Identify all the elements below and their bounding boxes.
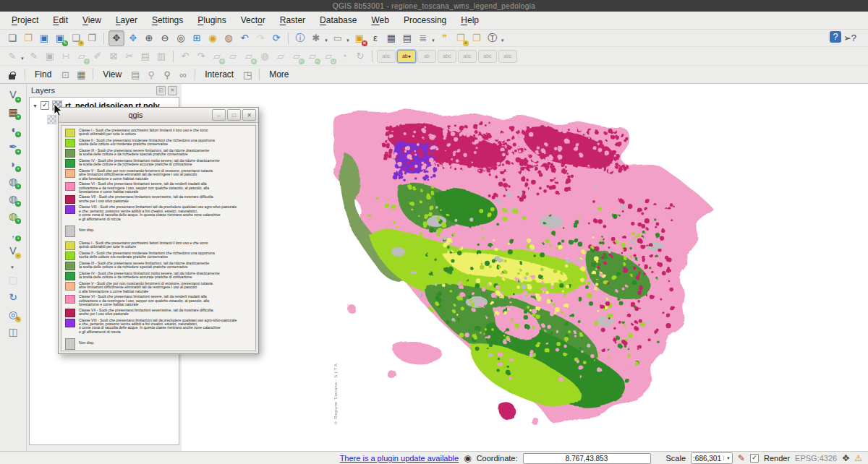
chevron-down-icon[interactable]: ▼ xyxy=(501,38,505,43)
zoom-to-layer-icon[interactable]: ◍ xyxy=(221,31,236,46)
maximize-icon[interactable]: □ xyxy=(227,109,241,121)
globe-edit-plugin-icon[interactable]: ◎✎ xyxy=(6,307,20,322)
close-icon[interactable]: ✕ xyxy=(242,109,256,121)
messages-warning-icon[interactable]: ⚠ xyxy=(854,454,862,463)
add-wfs-layer-icon[interactable]: ◍+ xyxy=(6,209,20,223)
menu-web[interactable]: Web xyxy=(364,13,396,27)
scale-select[interactable]: :686,301 ▼ xyxy=(691,452,733,464)
select-features-by-expression-icon[interactable]: ✱ xyxy=(309,31,323,46)
menu-settings[interactable]: Settings xyxy=(145,13,190,27)
legend-label: Classe V - Suoli che pur non mostrando f… xyxy=(79,169,213,181)
view-pin-faded-icon[interactable]: ⚲ xyxy=(144,67,158,82)
window-title: QGIS 8b53001 - regione_toscana_wms_legen… xyxy=(333,2,536,10)
view-link-icon[interactable]: ∞ xyxy=(176,67,190,82)
zoom-full-icon[interactable]: ⊞ xyxy=(190,31,204,46)
legend-entry: Classe III - Suoli che presentano severe… xyxy=(65,262,253,270)
zoom-in-icon[interactable]: ⊕ xyxy=(142,31,156,46)
view-pin-icon[interactable]: ⚲ xyxy=(160,67,174,82)
chevron-down-icon[interactable]: ▼ xyxy=(723,456,731,460)
menu-view[interactable]: View xyxy=(75,13,109,27)
refresh-map-icon[interactable]: ⟳ xyxy=(269,31,284,46)
deselect-all-icon[interactable]: ▣✕ xyxy=(352,31,367,46)
zoom-native-resolution-icon[interactable]: ◎ xyxy=(174,31,188,46)
find-grid-icon[interactable]: ▦ xyxy=(74,67,88,82)
layout-manager-icon[interactable]: ❐ xyxy=(85,31,99,46)
map-canvas[interactable]: © Regione Toscana - S.I.T.A. xyxy=(182,84,868,451)
chevron-down-icon[interactable]: ▼ xyxy=(10,265,14,270)
pan-map-icon[interactable]: ✥ xyxy=(109,30,124,46)
db-manager-icon[interactable]: ◫ xyxy=(6,325,20,339)
chevron-down-icon[interactable]: ▼ xyxy=(431,38,435,43)
field-calculator-icon[interactable]: ▤ xyxy=(400,31,414,46)
add-delimited-text-layer-icon[interactable]: ，+ xyxy=(6,226,20,241)
legend-swatch xyxy=(65,241,75,250)
menu-raster[interactable]: Raster xyxy=(273,13,312,27)
menu-plugins[interactable]: Plugins xyxy=(190,13,233,27)
add-wcs-layer-icon[interactable]: ◍+ xyxy=(6,192,20,206)
zoom-out-icon[interactable]: ⊖ xyxy=(158,31,172,46)
statistical-summary-icon[interactable]: ε xyxy=(368,31,383,46)
render-checkbox[interactable]: ✓ xyxy=(750,454,759,463)
menu-edit[interactable]: Edit xyxy=(46,13,75,27)
coordinate-input[interactable] xyxy=(523,453,651,464)
expander-icon[interactable]: ▼ xyxy=(33,103,38,108)
magnifier-lock-icon[interactable]: ✎ xyxy=(738,454,745,463)
plugin-update-link[interactable]: There is a plugin update available xyxy=(340,454,459,463)
view-tray-icon[interactable]: ▤ xyxy=(128,67,142,82)
projection-icon[interactable]: ✥ xyxy=(842,454,849,463)
measure-icon[interactable]: ≣ xyxy=(416,31,430,46)
select-features-icon[interactable]: ▭ xyxy=(331,31,345,46)
menu-project[interactable]: Project xyxy=(4,13,46,27)
menu-help[interactable]: Help xyxy=(454,13,486,27)
add-raster-layer-icon[interactable]: ▦+ xyxy=(6,105,20,119)
minimize-icon[interactable]: – xyxy=(212,109,226,121)
add-spatialite-layer-icon[interactable]: ✒+ xyxy=(6,139,20,154)
crs-indicator[interactable]: EPSG:4326 xyxy=(795,454,837,463)
chevron-down-icon[interactable]: ▼ xyxy=(346,38,350,43)
view-button[interactable]: View xyxy=(103,69,122,80)
open-project-icon[interactable]: ❐ xyxy=(21,31,35,46)
add-mssql-layer-icon[interactable]: ◗+ xyxy=(6,157,20,171)
text-annotation-icon[interactable]: Ⓣ xyxy=(485,31,500,46)
chevron-down-icon[interactable]: ▼ xyxy=(324,38,328,43)
show-bookmarks-icon[interactable]: ❐ xyxy=(469,31,484,46)
menu-processing[interactable]: Processing xyxy=(396,13,454,27)
layer-checkbox[interactable]: ✓ xyxy=(41,101,49,110)
interact-button[interactable]: Interact xyxy=(205,69,234,80)
new-print-layout-icon[interactable]: ❏+ xyxy=(69,31,83,46)
reshape-features-icon: ▱ xyxy=(273,49,288,64)
interact-export-icon[interactable]: ◳ xyxy=(240,67,255,82)
map-tips-icon[interactable]: ❞ xyxy=(438,31,452,46)
find-button[interactable]: Find xyxy=(35,69,51,80)
new-shapefile-layer-icon[interactable]: V▫ xyxy=(6,244,20,258)
lock-icon[interactable] xyxy=(9,74,15,80)
pan-to-selection-icon[interactable]: ✥ xyxy=(126,31,140,46)
add-postgis-layer-icon[interactable]: ◖+ xyxy=(6,122,20,137)
whats-this-icon[interactable]: ➢? xyxy=(843,31,857,46)
legend-dialog-titlebar[interactable]: qgis – □ ✕ xyxy=(59,108,258,123)
open-attribute-table-icon[interactable]: ▦ xyxy=(384,31,399,46)
zoom-last-icon[interactable]: ↶ xyxy=(237,31,252,46)
help-contents-icon[interactable]: ? xyxy=(830,31,841,43)
find-search-box-icon[interactable]: ⊡ xyxy=(58,67,72,82)
badge-icon: + xyxy=(15,132,21,137)
refresh-plugin-icon[interactable]: ↻ xyxy=(6,290,20,304)
menu-layer[interactable]: Layer xyxy=(109,13,145,27)
layers-panel-dock-icon[interactable]: ◱ xyxy=(156,86,166,95)
zoom-to-selection-icon[interactable]: ◉ xyxy=(205,31,220,46)
chevron-down-icon[interactable]: ▼ xyxy=(20,56,25,61)
identify-features-icon[interactable]: ⓘ xyxy=(293,31,307,46)
new-project-icon[interactable]: ❏ xyxy=(5,31,20,46)
more-button[interactable]: More xyxy=(269,69,289,80)
new-bookmark-icon[interactable]: ❐+ xyxy=(454,31,468,46)
layers-panel-close-icon[interactable]: ✕ xyxy=(168,86,177,95)
save-project-icon[interactable]: ▣ xyxy=(37,31,51,46)
move-label-icon: abc xyxy=(458,50,477,63)
add-vector-layer-icon[interactable]: V+ xyxy=(6,87,20,102)
label-highlighted-icon[interactable]: ab● xyxy=(397,50,416,63)
menu-database[interactable]: Database xyxy=(312,13,364,27)
save-project-as-icon[interactable]: ▣✎ xyxy=(53,31,67,46)
plugin-manager-icon[interactable]: ◉ xyxy=(464,454,471,463)
menu-vector[interactable]: Vector xyxy=(234,13,273,27)
add-wms-layer-icon[interactable]: ◍+ xyxy=(6,174,20,189)
